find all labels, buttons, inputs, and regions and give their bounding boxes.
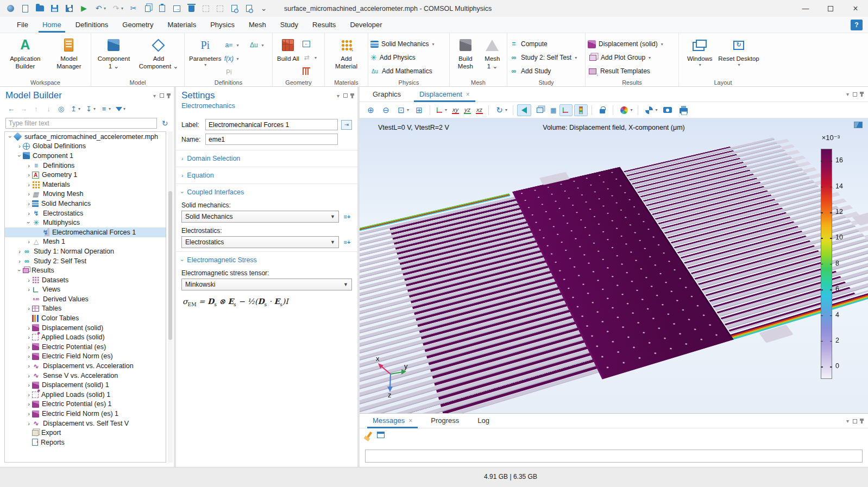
tree-item-results[interactable]: ›Results	[5, 265, 166, 275]
duplicate-icon[interactable]	[171, 3, 183, 14]
snapshot-icon[interactable]	[661, 104, 675, 116]
show-color-legend-icon[interactable]	[574, 104, 588, 116]
tree-item-color-tables[interactable]: Color Tables	[5, 313, 166, 323]
cut-icon[interactable]: ✂	[127, 3, 140, 14]
plot-image-icon[interactable]	[854, 122, 863, 128]
delete-icon[interactable]	[185, 3, 198, 15]
section-domain-selection[interactable]: › Domain Selection	[176, 150, 357, 163]
tree-item-study-1[interactable]: ›∞Study 1: Normal Operation	[5, 246, 166, 256]
tree-item-export[interactable]: Export	[5, 428, 166, 438]
tree-item-electromechanical-forces-1[interactable]: ↯Electromechanical Forces 1	[5, 227, 166, 237]
expand-node-icon[interactable]: ›	[26, 286, 32, 293]
copy-to-window-icon[interactable]	[377, 432, 385, 438]
tree-item-study-2[interactable]: ›∞Study 2: Self Test	[5, 256, 166, 266]
ribbon-tab-physics[interactable]: Physics	[203, 17, 242, 33]
parameter-case-button[interactable]: Pi	[224, 66, 263, 79]
section-equation[interactable]: › Equation	[176, 167, 357, 180]
pin-panel-icon[interactable]	[861, 92, 863, 97]
plot-group-selector[interactable]: Displacement (solid)▾	[588, 37, 663, 50]
view-xy-icon[interactable]: xy	[450, 105, 461, 115]
result-templates-button[interactable]: Result Templates	[588, 65, 663, 78]
expand-node-icon[interactable]: ›	[26, 420, 32, 427]
undo-icon[interactable]: ↶▾	[92, 3, 108, 14]
variables-button[interactable]: a=▾ Δu▾	[224, 39, 263, 52]
compute-button[interactable]: =Compute	[510, 37, 577, 50]
build-all-geometry-button[interactable]: Build All	[275, 36, 301, 63]
add-electrostatics-interface-icon[interactable]: ≡+	[342, 237, 352, 247]
rename-icon[interactable]: ⇥	[341, 120, 352, 130]
tree-item-displacement-solid-1[interactable]: ›Displacement (solid) 1	[5, 380, 166, 390]
print-icon[interactable]	[676, 104, 691, 116]
tree-scrollbar[interactable]	[168, 131, 173, 463]
solid-mechanics-select[interactable]: Solid Mechanics▼	[181, 211, 339, 223]
tree-item-multiphysics[interactable]: ›✳Multiphysics	[5, 218, 166, 227]
open-file-icon[interactable]	[34, 3, 46, 14]
tree-item-applied-loads-solid-1[interactable]: ›Applied Loads (solid) 1	[5, 390, 166, 400]
disabled-deselect-icon[interactable]	[214, 3, 226, 14]
tree-item-solid-mechanics[interactable]: ›Solid Mechanics	[5, 199, 166, 208]
zoom-extents-icon[interactable]: ⊞	[412, 104, 426, 116]
component-1-button[interactable]: Component 1 ⌄	[93, 36, 134, 71]
study-selector[interactable]: ∞Study 2: Self Test▾	[510, 51, 577, 64]
panel-menu-icon[interactable]: ▾	[153, 93, 156, 99]
panel-menu-icon[interactable]: ▾	[846, 418, 849, 424]
tree-item-component-1[interactable]: ›Component 1	[5, 151, 166, 161]
insert-sequence-button[interactable]	[303, 37, 317, 50]
rotate-icon[interactable]: ↻▾	[493, 104, 509, 116]
comsol-logo-icon[interactable]	[4, 3, 17, 14]
tree-filter-input[interactable]	[5, 118, 157, 129]
ribbon-tab-results[interactable]: Results	[305, 17, 343, 33]
add-plot-group-button[interactable]: Add Plot Group▾	[588, 51, 663, 64]
parameters-button[interactable]: Pi Parameters ▾	[187, 36, 223, 68]
tree-item-geometry-1[interactable]: ›AGeometry 1	[5, 170, 166, 180]
expand-node-icon[interactable]: ›	[26, 181, 32, 188]
close-button[interactable]: ×	[843, 0, 868, 17]
save-search-icon[interactable]	[63, 3, 76, 14]
expand-node-icon[interactable]: ›	[26, 334, 32, 340]
expand-node-icon[interactable]: ›	[26, 200, 32, 207]
add-material-button[interactable]: Add Material	[327, 36, 366, 71]
run-icon[interactable]: ▶	[78, 3, 90, 14]
plot-area[interactable]: Volume: Displacement field, X-component …	[360, 118, 868, 413]
application-builder-button[interactable]: A Application Builder	[2, 36, 48, 71]
ribbon-tab-mesh[interactable]: Mesh	[242, 17, 273, 33]
tree-item-electric-potential-es[interactable]: ›Electric Potential (es)	[5, 342, 166, 352]
tree-item-electric-field-norm-es[interactable]: ›Electric Field Norm (es)	[5, 352, 166, 362]
electrostatics-select[interactable]: Electrostatics▼	[181, 236, 339, 248]
expand-node-icon[interactable]: ›	[26, 372, 32, 379]
reset-desktop-button[interactable]: ↻ Reset Desktop▾	[716, 36, 761, 68]
build-mesh-button[interactable]: Build Mesh	[452, 36, 479, 71]
tree-scrollbar-thumb[interactable]	[168, 191, 172, 340]
tree-item-definitions[interactable]: ›≡Definitions	[5, 161, 166, 170]
virtual-operations-button[interactable]	[303, 65, 317, 78]
qat-menu-icon[interactable]: ⌄	[257, 3, 270, 14]
tree-item-electric-field-norm-es-1[interactable]: ›Electric Field Norm (es) 1	[5, 409, 166, 419]
zoom-box-icon[interactable]: ⊡▾	[394, 104, 411, 116]
zoom-in-icon[interactable]: ⊕	[364, 104, 378, 116]
tree-item-tables[interactable]: ›Tables	[5, 304, 166, 314]
expand-node-icon[interactable]: ›	[26, 172, 32, 178]
expand-node-icon[interactable]: ›	[26, 363, 32, 369]
panel-menu-icon[interactable]: ▾	[337, 93, 339, 99]
filter-icon[interactable]: ▾	[114, 104, 127, 114]
tree-item-datasets[interactable]: ›Datasets	[5, 275, 166, 285]
collapse-node-icon[interactable]: ›	[16, 153, 23, 159]
expand-node-icon[interactable]: ›	[26, 353, 32, 359]
expand-node-icon[interactable]: ›	[26, 344, 32, 350]
move-up-icon[interactable]: ↑	[30, 103, 42, 115]
ribbon-tab-home[interactable]: Home	[35, 17, 68, 33]
redo-icon[interactable]: ↷▾	[110, 3, 125, 14]
tree-item-root[interactable]: ›surface_micromachined_accelerometer.mph	[5, 132, 166, 142]
tree-item-displacement-solid[interactable]: ›Displacement (solid)	[5, 323, 166, 333]
expand-icon[interactable]: ↧▾	[83, 103, 97, 115]
float-panel-icon[interactable]	[853, 92, 857, 97]
tree-item-moving-mesh[interactable]: ›▦Moving Mesh	[5, 189, 166, 199]
zoom-out-icon[interactable]: ⊖	[379, 104, 393, 116]
ribbon-tab-study[interactable]: Study	[273, 17, 305, 33]
show-axes-icon[interactable]	[559, 104, 573, 116]
panel-menu-icon[interactable]: ▾	[846, 91, 849, 97]
copy-icon[interactable]	[142, 3, 154, 14]
close-tab-icon[interactable]: ×	[408, 417, 412, 425]
expand-node-icon[interactable]: ›	[16, 143, 23, 149]
tree-item-global-definitions[interactable]: ›Global Definitions	[5, 142, 166, 151]
